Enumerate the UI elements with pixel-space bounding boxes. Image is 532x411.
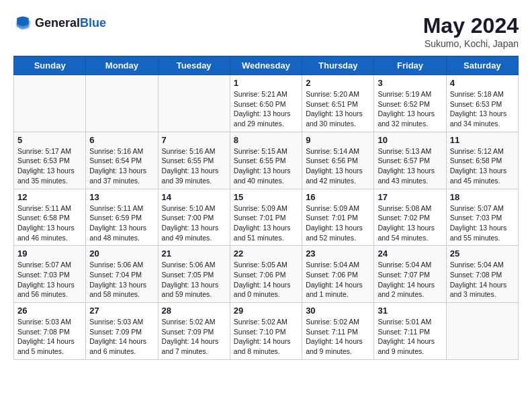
day-number: 27 [89, 306, 154, 316]
page-header: GeneralBlue May 2024 Sukumo, Kochi, Japa… [13, 13, 519, 49]
calendar-day-29: 29Sunrise: 5:02 AM Sunset: 7:10 PM Dayli… [230, 303, 302, 360]
weekday-header-monday: Monday [86, 56, 158, 75]
calendar-week-row: 19Sunrise: 5:07 AM Sunset: 7:03 PM Dayli… [14, 246, 519, 303]
day-info: Sunrise: 5:04 AM Sunset: 7:08 PM Dayligh… [450, 260, 515, 300]
day-number: 20 [89, 248, 154, 259]
calendar-week-row: 26Sunrise: 5:03 AM Sunset: 7:08 PM Dayli… [14, 303, 519, 360]
day-number: 31 [378, 306, 442, 316]
calendar-day-2: 2Sunrise: 5:20 AM Sunset: 6:51 PM Daylig… [302, 75, 374, 132]
logo-text: GeneralBlue [35, 16, 106, 30]
day-info: Sunrise: 5:10 AM Sunset: 7:00 PM Dayligh… [162, 203, 226, 243]
day-info: Sunrise: 5:11 AM Sunset: 6:59 PM Dayligh… [89, 203, 154, 243]
day-info: Sunrise: 5:21 AM Sunset: 6:50 PM Dayligh… [234, 89, 298, 129]
day-info: Sunrise: 5:08 AM Sunset: 7:02 PM Dayligh… [378, 203, 442, 243]
calendar-day-14: 14Sunrise: 5:10 AM Sunset: 7:00 PM Dayli… [158, 189, 230, 246]
day-number: 30 [306, 306, 370, 316]
calendar-day-20: 20Sunrise: 5:06 AM Sunset: 7:04 PM Dayli… [86, 246, 158, 303]
weekday-header-friday: Friday [374, 56, 446, 75]
day-info: Sunrise: 5:07 AM Sunset: 7:03 PM Dayligh… [17, 260, 82, 300]
day-info: Sunrise: 5:07 AM Sunset: 7:03 PM Dayligh… [450, 203, 515, 243]
weekday-header-tuesday: Tuesday [158, 56, 230, 75]
day-info: Sunrise: 5:09 AM Sunset: 7:01 PM Dayligh… [234, 203, 298, 243]
calendar-day-30: 30Sunrise: 5:02 AM Sunset: 7:11 PM Dayli… [302, 303, 374, 360]
day-number: 2 [306, 78, 370, 88]
day-number: 8 [234, 135, 298, 145]
day-number: 21 [162, 248, 226, 259]
weekday-header-sunday: Sunday [14, 56, 86, 75]
day-info: Sunrise: 5:14 AM Sunset: 6:56 PM Dayligh… [306, 146, 370, 186]
day-info: Sunrise: 5:02 AM Sunset: 7:10 PM Dayligh… [234, 317, 298, 357]
logo-icon [13, 13, 32, 32]
day-number: 15 [234, 192, 298, 202]
calendar-day-25: 25Sunrise: 5:04 AM Sunset: 7:08 PM Dayli… [446, 246, 518, 303]
day-number: 12 [17, 192, 82, 202]
day-number: 6 [89, 135, 154, 145]
day-number: 26 [17, 306, 82, 316]
weekday-header-thursday: Thursday [302, 56, 374, 75]
calendar-day-3: 3Sunrise: 5:19 AM Sunset: 6:52 PM Daylig… [374, 75, 446, 132]
calendar-day-4: 4Sunrise: 5:18 AM Sunset: 6:53 PM Daylig… [446, 75, 518, 132]
calendar-day-empty [446, 303, 518, 360]
calendar-day-5: 5Sunrise: 5:17 AM Sunset: 6:53 PM Daylig… [14, 132, 86, 189]
logo: GeneralBlue [13, 13, 106, 32]
location-subtitle: Sukumo, Kochi, Japan [423, 38, 519, 49]
day-number: 13 [89, 192, 154, 202]
calendar-day-28: 28Sunrise: 5:02 AM Sunset: 7:09 PM Dayli… [158, 303, 230, 360]
day-number: 24 [378, 248, 442, 259]
calendar-week-row: 1Sunrise: 5:21 AM Sunset: 6:50 PM Daylig… [14, 75, 519, 132]
calendar-day-15: 15Sunrise: 5:09 AM Sunset: 7:01 PM Dayli… [230, 189, 302, 246]
calendar-day-18: 18Sunrise: 5:07 AM Sunset: 7:03 PM Dayli… [446, 189, 518, 246]
day-number: 10 [378, 135, 442, 145]
day-number: 17 [378, 192, 442, 202]
day-number: 19 [17, 248, 82, 259]
calendar-day-21: 21Sunrise: 5:06 AM Sunset: 7:05 PM Dayli… [158, 246, 230, 303]
day-number: 14 [162, 192, 226, 202]
day-info: Sunrise: 5:04 AM Sunset: 7:07 PM Dayligh… [378, 260, 442, 300]
calendar-day-8: 8Sunrise: 5:15 AM Sunset: 6:55 PM Daylig… [230, 132, 302, 189]
day-info: Sunrise: 5:03 AM Sunset: 7:08 PM Dayligh… [17, 317, 82, 357]
day-info: Sunrise: 5:13 AM Sunset: 6:57 PM Dayligh… [378, 146, 442, 186]
day-number: 3 [378, 78, 442, 88]
day-info: Sunrise: 5:04 AM Sunset: 7:06 PM Dayligh… [306, 260, 370, 300]
day-info: Sunrise: 5:06 AM Sunset: 7:05 PM Dayligh… [162, 260, 226, 300]
day-info: Sunrise: 5:02 AM Sunset: 7:09 PM Dayligh… [162, 317, 226, 357]
day-number: 7 [162, 135, 226, 145]
calendar-week-row: 5Sunrise: 5:17 AM Sunset: 6:53 PM Daylig… [14, 132, 519, 189]
day-number: 1 [234, 78, 298, 88]
day-info: Sunrise: 5:20 AM Sunset: 6:51 PM Dayligh… [306, 89, 370, 129]
day-info: Sunrise: 5:09 AM Sunset: 7:01 PM Dayligh… [306, 203, 370, 243]
day-number: 28 [162, 306, 226, 316]
day-info: Sunrise: 5:12 AM Sunset: 6:58 PM Dayligh… [450, 146, 515, 186]
day-number: 16 [306, 192, 370, 202]
day-info: Sunrise: 5:01 AM Sunset: 7:11 PM Dayligh… [378, 317, 442, 357]
calendar-day-27: 27Sunrise: 5:03 AM Sunset: 7:09 PM Dayli… [86, 303, 158, 360]
calendar-day-16: 16Sunrise: 5:09 AM Sunset: 7:01 PM Dayli… [302, 189, 374, 246]
calendar-day-6: 6Sunrise: 5:16 AM Sunset: 6:54 PM Daylig… [86, 132, 158, 189]
calendar-week-row: 12Sunrise: 5:11 AM Sunset: 6:58 PM Dayli… [14, 189, 519, 246]
calendar-day-31: 31Sunrise: 5:01 AM Sunset: 7:11 PM Dayli… [374, 303, 446, 360]
month-year-title: May 2024 [423, 13, 519, 38]
day-number: 5 [17, 135, 82, 145]
day-info: Sunrise: 5:15 AM Sunset: 6:55 PM Dayligh… [234, 146, 298, 186]
calendar-day-1: 1Sunrise: 5:21 AM Sunset: 6:50 PM Daylig… [230, 75, 302, 132]
day-info: Sunrise: 5:17 AM Sunset: 6:53 PM Dayligh… [17, 146, 82, 186]
calendar-day-9: 9Sunrise: 5:14 AM Sunset: 6:56 PM Daylig… [302, 132, 374, 189]
day-number: 18 [450, 192, 515, 202]
title-block: May 2024 Sukumo, Kochi, Japan [423, 13, 519, 49]
day-info: Sunrise: 5:16 AM Sunset: 6:54 PM Dayligh… [89, 146, 154, 186]
day-info: Sunrise: 5:18 AM Sunset: 6:53 PM Dayligh… [450, 89, 515, 129]
weekday-header-row: SundayMondayTuesdayWednesdayThursdayFrid… [14, 56, 519, 75]
weekday-header-wednesday: Wednesday [230, 56, 302, 75]
calendar-day-19: 19Sunrise: 5:07 AM Sunset: 7:03 PM Dayli… [14, 246, 86, 303]
logo-blue: Blue [80, 16, 106, 30]
day-info: Sunrise: 5:16 AM Sunset: 6:55 PM Dayligh… [162, 146, 226, 186]
day-number: 4 [450, 78, 515, 88]
calendar-table: SundayMondayTuesdayWednesdayThursdayFrid… [13, 56, 519, 360]
day-info: Sunrise: 5:06 AM Sunset: 7:04 PM Dayligh… [89, 260, 154, 300]
day-number: 29 [234, 306, 298, 316]
calendar-day-24: 24Sunrise: 5:04 AM Sunset: 7:07 PM Dayli… [374, 246, 446, 303]
day-number: 9 [306, 135, 370, 145]
weekday-header-saturday: Saturday [446, 56, 518, 75]
day-info: Sunrise: 5:19 AM Sunset: 6:52 PM Dayligh… [378, 89, 442, 129]
calendar-day-empty [14, 75, 86, 132]
